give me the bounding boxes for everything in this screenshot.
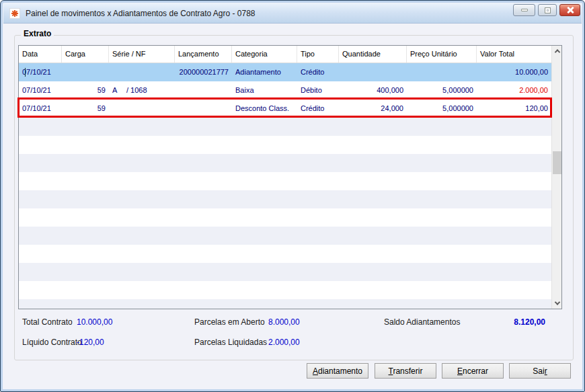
minimize-icon xyxy=(521,9,528,11)
extrato-groupbox-label: Extrato xyxy=(21,29,54,38)
cell-tipo: Crédito xyxy=(297,100,339,118)
empty-row xyxy=(19,263,551,281)
transferir-button[interactable]: Transferir xyxy=(375,363,436,379)
cell-tipo: Débito xyxy=(297,81,339,100)
cell-lancamento xyxy=(175,81,232,100)
empty-row xyxy=(19,118,551,136)
cell-quantidade: 24,000 xyxy=(339,100,407,118)
table-header-row: Data Carga Série / NF Lançamento Categor… xyxy=(19,46,551,63)
total-contrato-label: Total Contrato xyxy=(22,317,73,327)
saldo-adiantamentos-value: 8.120,00 xyxy=(514,317,545,327)
title-bar[interactable]: Painel de movimentos x Adiantamentos de … xyxy=(3,3,582,24)
adiantamento-button[interactable]: Adiantamento xyxy=(307,363,368,379)
cell-valor-total: 10.000,00 xyxy=(477,63,551,81)
chevron-down-icon xyxy=(554,299,559,305)
vertical-scrollbar[interactable] xyxy=(551,46,561,309)
close-icon xyxy=(566,6,574,14)
minimize-button[interactable] xyxy=(513,4,535,16)
cell-preco-unitario: 5,000000 xyxy=(407,100,477,118)
scrollbar-thumb[interactable] xyxy=(553,151,561,174)
sair-button[interactable]: Sair xyxy=(509,363,571,379)
parcelas-liquidadas-value: 2.000,00 xyxy=(268,338,300,347)
col-header-serie-nf[interactable]: Série / NF xyxy=(109,46,175,63)
cell-preco-unitario xyxy=(407,63,477,81)
empty-row xyxy=(19,281,551,299)
cell-serie-nf xyxy=(109,63,175,81)
cell-lancamento: 200000021777 xyxy=(175,63,232,81)
parcelas-liquidadas-label: Parcelas Liquidadas xyxy=(194,338,267,347)
cell-categoria: Adiantamento xyxy=(232,63,297,81)
cell-valor-total: 2.000,00 xyxy=(477,81,551,100)
cell-carga: 59 xyxy=(62,81,109,100)
table-row[interactable]: 07/10/21 200000021777 Adiantamento Crédi… xyxy=(19,63,551,81)
extrato-grid: Data Carga Série / NF Lançamento Categor… xyxy=(19,46,551,309)
col-header-tipo[interactable]: Tipo xyxy=(297,46,339,63)
cell-data: 07/10/21 xyxy=(19,100,62,118)
table-row[interactable]: 07/10/21 59 Desconto Class. Crédito 24,0… xyxy=(19,100,551,118)
cell-carga: 59 xyxy=(62,100,109,118)
scroll-down-button[interactable] xyxy=(552,298,562,309)
window-title: Painel de movimentos x Adiantamentos de … xyxy=(26,9,256,18)
empty-row xyxy=(19,208,551,227)
maximize-button[interactable] xyxy=(538,4,557,16)
empty-row xyxy=(19,172,551,190)
app-icon xyxy=(9,8,20,19)
window-controls xyxy=(513,4,580,16)
cell-preco-unitario: 5,000000 xyxy=(407,81,477,100)
liquido-contrato-label: Líquido Contrato xyxy=(22,338,82,347)
scroll-up-button[interactable] xyxy=(552,46,562,56)
cell-data: 07/10/21 xyxy=(19,63,62,81)
encerrar-button[interactable]: Encerrar xyxy=(442,363,504,379)
empty-row xyxy=(19,227,551,245)
cell-categoria: Desconto Class. xyxy=(232,100,297,118)
serie-nf-number: / 1068 xyxy=(126,81,147,100)
empty-row xyxy=(19,190,551,208)
col-header-data[interactable]: Data xyxy=(19,46,62,63)
table-row[interactable]: 07/10/21 59 A / 1068 Baixa Débito 400,00… xyxy=(19,81,551,100)
extrato-table: Data Carga Série / NF Lançamento Categor… xyxy=(18,45,562,309)
col-header-quantidade[interactable]: Quantidade xyxy=(339,46,407,63)
empty-row xyxy=(19,136,551,154)
col-header-lancamento[interactable]: Lançamento xyxy=(175,46,232,63)
empty-row xyxy=(19,299,551,309)
cell-quantidade xyxy=(339,63,407,81)
close-button[interactable] xyxy=(559,4,580,16)
serie-letter: A xyxy=(109,81,126,100)
empty-row xyxy=(19,245,551,263)
cell-categoria: Baixa xyxy=(232,81,297,100)
chevron-up-icon xyxy=(554,49,559,54)
cell-serie-nf xyxy=(109,100,175,118)
text-cursor-artifact xyxy=(25,68,26,77)
saldo-adiantamentos-label: Saldo Adiantamentos xyxy=(384,317,460,327)
cell-tipo: Crédito xyxy=(297,63,339,81)
liquido-contrato-value: -120,00 xyxy=(77,338,104,347)
cell-serie-nf: A / 1068 xyxy=(109,81,175,100)
cell-valor-total: 120,00 xyxy=(477,100,551,118)
col-header-carga[interactable]: Carga xyxy=(62,46,109,63)
cell-quantidade: 400,000 xyxy=(339,81,407,100)
col-header-preco-unitario[interactable]: Preço Unitário xyxy=(407,46,477,63)
total-contrato-value: 10.000,00 xyxy=(77,317,112,327)
col-header-valor-total[interactable]: Valor Total xyxy=(477,46,551,63)
cell-lancamento xyxy=(175,100,232,118)
col-header-categoria[interactable]: Categoria xyxy=(232,46,297,63)
empty-row xyxy=(19,154,551,172)
maximize-icon xyxy=(545,7,551,13)
dialog-window: Painel de movimentos x Adiantamentos de … xyxy=(0,0,585,392)
parcelas-em-aberto-label: Parcelas em Aberto xyxy=(194,317,265,327)
parcelas-em-aberto-value: 8.000,00 xyxy=(268,317,300,327)
cell-data: 07/10/21 xyxy=(19,81,62,100)
cell-carga xyxy=(62,63,109,81)
